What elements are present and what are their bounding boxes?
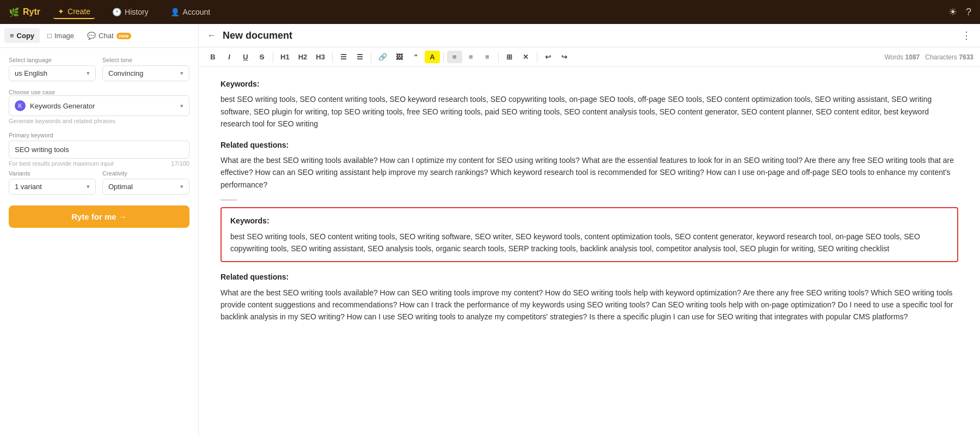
redo-button[interactable]: ↪ <box>557 51 572 63</box>
highlight-button[interactable]: A <box>425 51 440 63</box>
section-divider <box>220 199 237 201</box>
top-navigation: 🌿 Rytr ✦ Create 🕐 History 👤 Account ☀ ? <box>0 0 980 24</box>
h3-button[interactable]: H3 <box>312 51 329 63</box>
section1-related: Related questions: What are the best SEO… <box>220 139 958 191</box>
toolbar-sep-6 <box>537 52 537 63</box>
underline-button[interactable]: U <box>238 51 253 63</box>
nav-history[interactable]: 🕐 History <box>108 5 153 19</box>
strikethrough-button[interactable]: S <box>254 51 270 63</box>
ordered-list-button[interactable]: ☰ <box>352 51 367 63</box>
table-button[interactable]: ⊞ <box>502 51 517 63</box>
document-title[interactable]: New document <box>223 30 955 41</box>
creativity-label: Creativity <box>102 170 189 177</box>
section1-keywords-text: best SEO writing tools, SEO content writ… <box>220 93 958 130</box>
use-case-value: Keywords Generator <box>30 102 95 110</box>
undo-button[interactable]: ↩ <box>541 51 556 63</box>
ryte-btn-label: Ryte for me → <box>71 212 127 221</box>
h1-button[interactable]: H1 <box>277 51 293 63</box>
editor-content[interactable]: Keywords: best SEO writing tools, SEO co… <box>199 67 980 436</box>
language-value: us English <box>15 69 47 77</box>
nav-right-actions: ☀ ? <box>948 6 971 18</box>
tone-label: Select tone <box>102 57 189 63</box>
language-chevron-icon: ▾ <box>87 70 90 77</box>
tab-chat[interactable]: 💬 Chat new <box>82 28 137 43</box>
copy-icon: ≡ <box>10 32 14 40</box>
use-case-label: Choose use case <box>9 89 189 95</box>
creativity-select[interactable]: Optimal ▾ <box>102 179 189 195</box>
toolbar-sep-1 <box>273 52 273 63</box>
word-count-display: Words 1087 Characters 7633 <box>885 53 973 61</box>
variants-creativity-row: Variants 1 variant ▾ Creativity Optimal … <box>9 170 189 195</box>
nav-create[interactable]: ✦ Create <box>53 5 95 19</box>
tab-copy[interactable]: ≡ Copy <box>4 28 40 43</box>
language-tone-row: Select language us English ▾ Select tone… <box>9 57 189 81</box>
sidebar-tabs: ≡ Copy □ Image 💬 Chat new <box>0 24 198 48</box>
align-center-button[interactable]: ≡ <box>463 51 479 63</box>
section2-related-label: Related questions: <box>220 271 958 283</box>
align-right-button[interactable]: ≡ <box>480 51 495 63</box>
link-button[interactable]: 🔗 <box>375 51 391 63</box>
primary-keyword-input[interactable] <box>9 141 189 159</box>
language-group: Select language us English ▾ <box>9 57 96 81</box>
keyword-count: 17/100 <box>171 160 189 167</box>
main-layout: ≡ Copy □ Image 💬 Chat new Select languag… <box>0 24 980 436</box>
logo-text: Rytr <box>23 7 40 17</box>
variants-select[interactable]: 1 variant ▾ <box>9 179 96 195</box>
ryte-for-me-button[interactable]: Ryte for me → <box>9 205 189 228</box>
language-select[interactable]: us English ▾ <box>9 65 96 81</box>
italic-button[interactable]: I <box>222 51 237 63</box>
tab-image[interactable]: □ Image <box>42 28 79 43</box>
align-left-button[interactable]: ≡ <box>447 51 462 63</box>
nav-account[interactable]: 👤 Account <box>166 5 215 19</box>
bold-button[interactable]: B <box>205 51 220 63</box>
use-case-chevron-icon: ▾ <box>180 102 183 110</box>
clear-format-button[interactable]: ✕ <box>518 51 534 63</box>
chat-new-badge: new <box>117 33 132 39</box>
account-icon: 👤 <box>170 8 180 16</box>
use-case-select[interactable]: K Keywords Generator ▾ <box>9 95 189 116</box>
content-area: ← New document ⋮ B I U S H1 H2 H3 ☰ ☰ 🔗 … <box>199 24 980 436</box>
section2-keywords-highlighted: Keywords: best SEO writing tools, SEO co… <box>220 207 958 262</box>
keyword-label: Primary keyword <box>9 132 189 138</box>
toolbar-sep-2 <box>332 52 333 63</box>
creativity-value: Optimal <box>108 183 133 191</box>
toolbar-sep-3 <box>371 52 371 63</box>
sidebar: ≡ Copy □ Image 💬 Chat new Select languag… <box>0 24 199 436</box>
use-case-group: Choose use case K Keywords Generator ▾ G… <box>9 89 189 124</box>
section1-related-text: What are the best SEO writing tools avai… <box>220 154 958 191</box>
tone-select[interactable]: Convincing ▾ <box>102 65 189 81</box>
document-menu-icon[interactable]: ⋮ <box>961 29 971 41</box>
tone-group: Select tone Convincing ▾ <box>102 57 189 81</box>
help-icon[interactable]: ? <box>966 7 971 18</box>
logo[interactable]: 🌿 Rytr <box>9 7 40 17</box>
use-case-left: K Keywords Generator <box>15 100 95 111</box>
image-icon: □ <box>47 32 52 40</box>
logo-icon: 🌿 <box>9 7 20 17</box>
section2-related: Related questions: What are the best SEO… <box>220 271 958 323</box>
variants-label: Variants <box>9 170 96 177</box>
image-button[interactable]: 🖼 <box>392 51 407 63</box>
keyword-hint-row: For best results provide maximum input 1… <box>9 160 189 167</box>
toolbar-sep-5 <box>498 52 499 63</box>
back-arrow-icon[interactable]: ← <box>207 31 216 40</box>
h2-button[interactable]: H2 <box>295 51 311 63</box>
theme-toggle-icon[interactable]: ☀ <box>948 6 957 18</box>
editor-toolbar: B I U S H1 H2 H3 ☰ ☰ 🔗 🖼 " A ≡ ≡ ≡ ⊞ ✕ ↩… <box>199 47 980 67</box>
section2-related-text: What are the best SEO writing tools avai… <box>220 287 958 323</box>
creativity-group: Creativity Optimal ▾ <box>102 170 189 195</box>
quote-button[interactable]: " <box>408 51 424 63</box>
tone-value: Convincing <box>108 69 143 77</box>
create-icon: ✦ <box>58 7 64 16</box>
section1-keywords-label: Keywords: <box>220 78 958 90</box>
unordered-list-button[interactable]: ☰ <box>336 51 351 63</box>
section1-keywords: Keywords: best SEO writing tools, SEO co… <box>220 78 958 130</box>
keyword-group: Primary keyword For best results provide… <box>9 132 189 167</box>
tone-chevron-icon: ▾ <box>180 70 183 77</box>
keyword-hint: For best results provide maximum input <box>9 160 114 167</box>
section1-related-label: Related questions: <box>220 139 958 151</box>
language-label: Select language <box>9 57 96 63</box>
use-case-hint: Generate keywords and related phrases <box>9 118 189 124</box>
variants-chevron-icon: ▾ <box>87 183 90 190</box>
document-header: ← New document ⋮ <box>199 24 980 47</box>
sidebar-content: Select language us English ▾ Select tone… <box>0 48 198 436</box>
